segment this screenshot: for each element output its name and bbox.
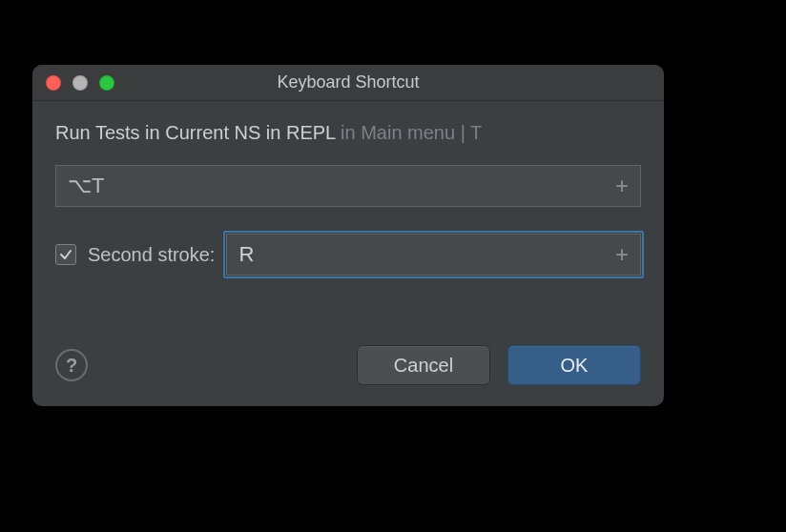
action-name: Run Tests in Current NS in REPL: [55, 122, 335, 143]
second-stroke-input[interactable]: R +: [226, 234, 641, 276]
plus-icon[interactable]: +: [615, 173, 629, 199]
help-icon: ?: [66, 355, 77, 377]
second-stroke-checkbox[interactable]: [55, 244, 76, 265]
ok-button[interactable]: OK: [507, 345, 641, 385]
cancel-button[interactable]: Cancel: [357, 345, 490, 385]
dialog-content: Run Tests in Current NS in REPL in Main …: [32, 101, 664, 406]
first-stroke-value: ⌥T: [68, 174, 104, 198]
zoom-icon[interactable]: [99, 75, 114, 91]
minimize-icon[interactable]: [72, 75, 88, 91]
second-stroke-value: R: [238, 242, 254, 267]
second-stroke-row: Second stroke: R +: [55, 234, 641, 276]
first-stroke-input[interactable]: ⌥T +: [55, 165, 641, 207]
button-bar: ? Cancel OK: [55, 345, 641, 385]
action-description: Run Tests in Current NS in REPL in Main …: [55, 122, 641, 144]
second-stroke-label: Second stroke:: [88, 244, 215, 266]
titlebar: Keyboard Shortcut: [32, 65, 664, 101]
plus-icon[interactable]: +: [615, 241, 629, 268]
window-title: Keyboard Shortcut: [32, 72, 664, 92]
second-stroke-field-wrap: R +: [226, 234, 641, 276]
check-icon: [59, 248, 72, 261]
close-icon[interactable]: [46, 75, 61, 91]
window-controls: [46, 75, 114, 91]
action-context: in Main menu | T: [335, 122, 482, 143]
help-button[interactable]: ?: [55, 349, 88, 381]
keyboard-shortcut-dialog: Keyboard Shortcut Run Tests in Current N…: [32, 65, 664, 406]
